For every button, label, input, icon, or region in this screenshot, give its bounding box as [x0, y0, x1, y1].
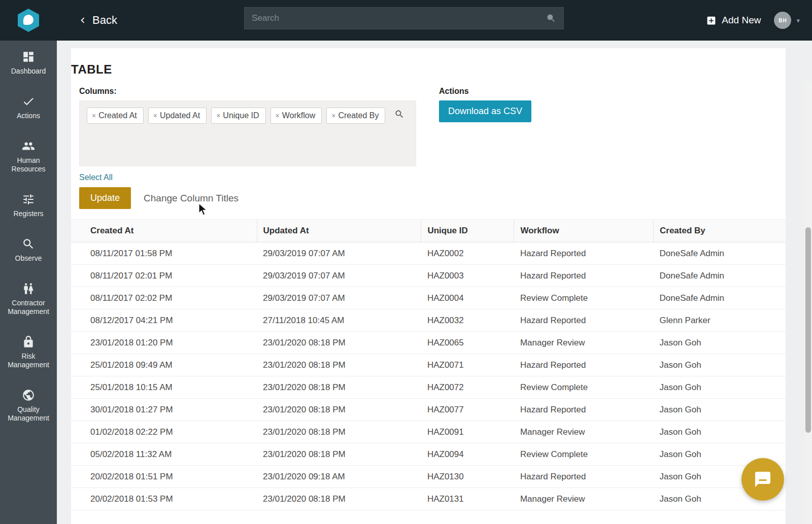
cell-workflow: Hazard Reported [514, 242, 654, 265]
sidebar-item-human-resources[interactable]: Human Resources [0, 130, 57, 183]
cell-created-by: Jason Goh [653, 332, 786, 354]
table-row[interactable]: 01/02/2018 02:22 PM 23/01/2020 08:18 PM … [71, 421, 786, 443]
sidebar-item-observe[interactable]: Observe [0, 228, 57, 272]
search-icon[interactable] [546, 13, 556, 23]
top-bar: Back Add New BH ▾ [0, 0, 812, 41]
cell-created-by: DoneSafe Admin [653, 287, 786, 309]
table-row[interactable]: 08/11/2017 01:58 PM 29/03/2019 07:07 AM … [71, 242, 786, 265]
cell-unique-id: HAZ0004 [421, 287, 514, 309]
remove-chip-icon[interactable]: × [216, 112, 220, 120]
chevron-down-icon[interactable]: ▾ [796, 17, 800, 24]
remove-chip-icon[interactable]: × [276, 112, 280, 120]
column-chip[interactable]: × Unique ID [211, 108, 265, 124]
sidebar-item-dashboard[interactable]: Dashboard [0, 41, 57, 85]
globe-icon [22, 389, 35, 402]
lock-icon [22, 335, 35, 348]
header-created-at[interactable]: Created At [71, 220, 257, 242]
cell-updated-at: 23/01/2020 08:18 PM [257, 354, 421, 376]
chat-fab-button[interactable] [741, 458, 784, 501]
cell-unique-id: HAZ0130 [421, 466, 514, 488]
cell-updated-at: 29/03/2019 07:07 AM [257, 287, 421, 309]
scrollbar-thumb[interactable] [805, 227, 811, 433]
column-chip-label: Workflow [282, 111, 316, 120]
topbar-right-group: Add New BH ▾ [706, 0, 800, 41]
table-row[interactable]: 08/11/2017 02:01 PM 29/03/2019 07:07 AM … [71, 265, 786, 287]
table-row[interactable]: 23/01/2018 01:20 PM 23/01/2020 08:18 PM … [71, 332, 786, 354]
remove-chip-icon[interactable]: × [92, 112, 96, 120]
search-input[interactable] [252, 13, 546, 23]
content-panel: TABLE Columns: × Created At × [71, 48, 786, 524]
table-row[interactable]: 30/01/2018 01:27 PM 23/01/2020 08:18 PM … [71, 399, 786, 421]
people-icon [22, 139, 35, 153]
sidebar-item-actions[interactable]: Actions [0, 85, 57, 130]
change-column-titles-link[interactable]: Change Column Titles [144, 193, 239, 204]
select-all-link[interactable]: Select All [79, 173, 113, 182]
cell-created-at: 20/02/2018 01:53 PM [71, 488, 257, 510]
columns-select-box[interactable]: × Created At × Updated At × Unique [79, 100, 416, 166]
table-row[interactable]: 20/02/2018 01:53 PM 23/01/2020 08:18 PM … [71, 488, 786, 510]
sidebar-item-registers[interactable]: Registers [0, 183, 57, 228]
cell-created-at: 23/01/2018 01:20 PM [71, 332, 257, 354]
cell-created-at: 01/02/2018 02:22 PM [71, 421, 257, 443]
add-new-button[interactable]: Add New [706, 15, 761, 26]
header-updated-at[interactable]: Updated At [257, 220, 421, 242]
user-menu[interactable]: BH ▾ [774, 12, 800, 29]
table-row[interactable]: 25/01/2018 10:15 AM 23/01/2020 08:18 PM … [71, 376, 786, 399]
magnifier-icon [22, 237, 35, 251]
columns-section: Columns: × Created At × Updated At [79, 87, 416, 209]
download-csv-button[interactable]: Download as CSV [439, 100, 531, 122]
cell-updated-at: 23/01/2020 08:18 PM [257, 376, 421, 399]
cell-unique-id: HAZ0072 [421, 376, 514, 399]
cell-updated-at: 23/01/2020 08:18 PM [257, 488, 421, 510]
table-row[interactable]: 25/01/2018 09:49 AM 23/01/2020 08:18 PM … [71, 354, 786, 376]
contractors-icon [22, 282, 35, 295]
column-chip[interactable]: × Created By [326, 108, 385, 124]
column-chip[interactable]: × Updated At [148, 108, 207, 124]
remove-chip-icon[interactable]: × [153, 112, 157, 120]
controls-row: Columns: × Created At × Updated At [79, 87, 777, 209]
dashboard-icon [22, 50, 35, 63]
column-chip-label: Unique ID [223, 111, 259, 120]
cell-unique-id: HAZ0091 [421, 421, 514, 443]
sidebar-item-quality-management[interactable]: Quality Management [0, 379, 57, 432]
cell-unique-id: HAZ0002 [421, 242, 514, 265]
column-chip-label: Updated At [160, 111, 200, 120]
table-row[interactable]: 20/02/2018 01:51 PM 23/01/2020 09:18 AM … [71, 466, 786, 488]
page-scrollbar[interactable] [804, 81, 812, 524]
cell-unique-id: HAZ0077 [421, 399, 514, 421]
sidebar-item-risk-management[interactable]: Risk Management [0, 326, 57, 379]
cell-created-by: Jason Goh [653, 421, 786, 443]
sidebar-item-contractor-management[interactable]: Contractor Management [0, 272, 57, 326]
table-row[interactable]: 08/11/2017 02:02 PM 29/03/2019 07:07 AM … [71, 287, 786, 309]
sliders-icon [22, 193, 35, 206]
header-created-by[interactable]: Created By [653, 220, 786, 242]
header-workflow[interactable]: Workflow [514, 220, 654, 242]
global-search [244, 7, 564, 29]
chat-bubble-icon [754, 470, 772, 488]
column-chip[interactable]: × Workflow [270, 108, 322, 124]
cell-created-at: 05/02/2018 11:32 AM [71, 443, 257, 466]
cell-unique-id: HAZ0003 [421, 265, 514, 287]
table-row[interactable]: 05/02/2018 11:32 AM 23/01/2020 08:18 PM … [71, 443, 786, 466]
cell-created-at: 08/12/2017 04:21 PM [71, 309, 257, 332]
table-row[interactable]: 08/12/2017 04:21 PM 27/11/2018 10:45 AM … [71, 309, 786, 332]
cell-updated-at: 27/11/2018 10:45 AM [257, 309, 421, 332]
actions-section: Actions Download as CSV [439, 87, 531, 122]
add-new-label: Add New [722, 15, 761, 26]
app-logo[interactable] [0, 9, 57, 32]
columns-search-icon[interactable] [394, 109, 404, 121]
header-unique-id[interactable]: Unique ID [421, 220, 514, 242]
cell-workflow: Hazard Reported [514, 354, 654, 376]
cell-created-by: Glenn Parker [653, 309, 786, 332]
selected-columns: × Created At × Updated At × Unique [87, 108, 392, 124]
check-icon [22, 95, 35, 108]
cell-created-by: Jason Goh [653, 399, 786, 421]
cell-created-by: Jason Goh [653, 376, 786, 399]
records-table: Created At Updated At Unique ID Workflow… [71, 219, 786, 510]
column-chip[interactable]: × Created At [87, 108, 144, 124]
cell-created-at: 08/11/2017 02:02 PM [71, 287, 257, 309]
avatar[interactable]: BH [774, 12, 791, 29]
back-button[interactable]: Back [77, 14, 117, 27]
update-button[interactable]: Update [79, 187, 131, 209]
remove-chip-icon[interactable]: × [331, 112, 335, 120]
